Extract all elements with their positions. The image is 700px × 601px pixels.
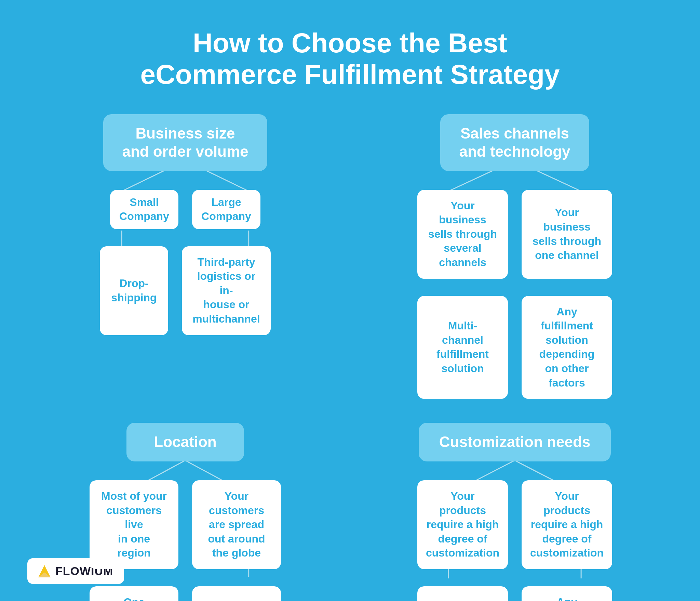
q1-mid-left: Small Company xyxy=(110,190,178,229)
q1-bot-right: Third-party logistics or in- house or mu… xyxy=(182,246,271,335)
q4-bot-left: In-house order fulfillment or specialize… xyxy=(417,586,508,601)
q4-mid-right: Your products require a high degree of c… xyxy=(522,480,612,569)
page-title: How to Choose the Best eCommerce Fulfill… xyxy=(27,21,673,90)
q3-bot-left: One warehouse in that region xyxy=(90,586,178,601)
page: How to Choose the Best eCommerce Fulfill… xyxy=(0,0,700,601)
q3-mid-right: Your customers are spread out around the… xyxy=(192,480,281,569)
q4-mid-left: Your products require a high degree of c… xyxy=(417,480,508,569)
quadrant-business-size: Business size and order volume Small Com… xyxy=(41,114,329,399)
quadrant-sales-channels: Sales channels and technology Your busin… xyxy=(371,114,659,399)
q1-mid-right: Large Company xyxy=(192,190,260,229)
q4-bot-right: Any fulfillment solution depending on ot… xyxy=(522,586,612,601)
q1-bot-left: Drop-shipping xyxy=(100,246,168,335)
q2-header: Sales channels and technology xyxy=(440,114,589,171)
q3-header: Location xyxy=(126,423,244,461)
q2-mid-left: Your business sells through several chan… xyxy=(417,190,508,279)
q2-bot-right: Any fulfillment solution depending on ot… xyxy=(522,296,612,399)
flowium-icon xyxy=(38,565,51,577)
q1-header: Business size and order volume xyxy=(103,114,267,171)
q3-mid-left: Most of your customers live in one regio… xyxy=(90,480,178,569)
q2-mid-right: Your business sells through one channel xyxy=(522,190,612,279)
quadrant-customization: Customization needs Your products requir… xyxy=(371,423,659,601)
q2-bot-left: Multi-channel fulfillment solution xyxy=(417,296,508,399)
q4-header: Customization needs xyxy=(419,423,611,461)
q3-bot-right: Third-party fulfillment provider xyxy=(192,586,281,601)
